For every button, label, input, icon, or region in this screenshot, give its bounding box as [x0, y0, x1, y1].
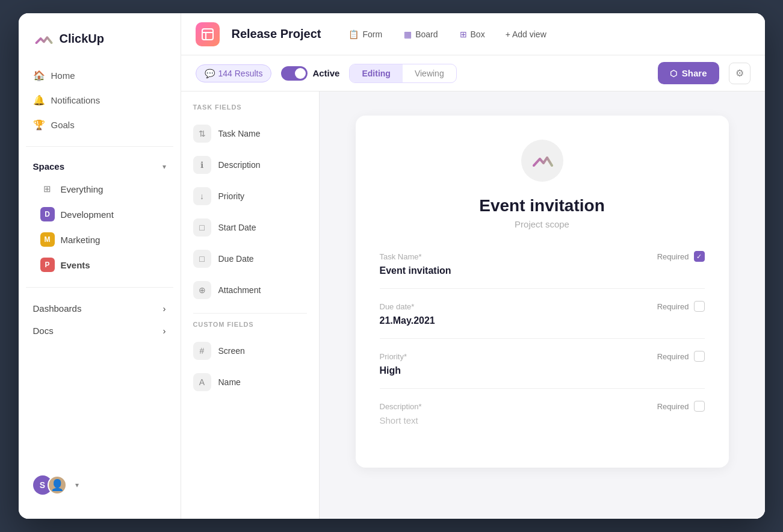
- sidebar-item-docs[interactable]: Docs ›: [19, 320, 181, 342]
- required-checkbox-3[interactable]: [694, 401, 705, 412]
- sidebar-nav: 🏠 Home 🔔 Notifications 🏆 Goals: [19, 64, 181, 137]
- description-label: Description*: [380, 402, 422, 411]
- box-view-label: Box: [471, 29, 485, 39]
- sidebar-item-goals[interactable]: 🏆 Goals: [26, 113, 173, 137]
- sidebar-item-marketing[interactable]: M Marketing: [26, 227, 173, 252]
- add-view-label: + Add view: [506, 29, 546, 39]
- docs-label: Docs: [33, 326, 54, 336]
- task-name-field-label: Task Name: [218, 129, 261, 138]
- field-item-description[interactable]: ℹ Description: [181, 149, 319, 181]
- user-avatar-area[interactable]: S 👤 ▾: [19, 466, 181, 504]
- content-area: TASK FIELDS ⇅ Task Name ℹ Description ↓ …: [181, 91, 765, 519]
- development-badge: D: [40, 207, 55, 221]
- app-window: ClickUp 🏠 Home 🔔 Notifications 🏆 Goals S…: [19, 13, 765, 519]
- topbar-views: 📋 Form ▦ Board ⊞ Box + Add view: [340, 26, 553, 43]
- logo: ClickUp: [19, 28, 181, 64]
- home-icon: 🏠: [33, 70, 45, 81]
- required-checkbox-1[interactable]: [694, 301, 705, 312]
- dashboards-label: Dashboards: [33, 303, 82, 314]
- share-button[interactable]: ⬡ Share: [658, 62, 719, 84]
- editing-tab[interactable]: Editing: [350, 64, 402, 82]
- required-checkbox-0[interactable]: ✓: [694, 251, 705, 262]
- form-view-label: Form: [362, 29, 382, 39]
- field-item-due-date[interactable]: □ Due Date: [181, 243, 319, 274]
- sidebar-item-home[interactable]: 🏠 Home: [26, 64, 173, 87]
- sidebar-item-everything[interactable]: ⊞ Everything: [26, 176, 173, 202]
- sidebar-item-everything-label: Everything: [61, 184, 104, 194]
- custom-fields-label: CUSTOM FIELDS: [181, 321, 319, 335]
- task-name-field-icon: ⇅: [193, 125, 211, 143]
- active-label: Active: [312, 68, 339, 78]
- spaces-header[interactable]: Spaces ▾: [19, 156, 181, 176]
- attachment-field-icon: ⊕: [193, 281, 211, 299]
- sidebar-item-notifications[interactable]: 🔔 Notifications: [26, 88, 173, 112]
- settings-button[interactable]: ⚙: [729, 63, 751, 84]
- form-field-due-date-header: Due date* Required: [380, 301, 705, 312]
- active-toggle[interactable]: [281, 66, 308, 81]
- field-item-attachment[interactable]: ⊕ Attachment: [181, 274, 319, 306]
- sidebar-item-marketing-label: Marketing: [61, 235, 101, 245]
- required-label-1: Required: [657, 302, 689, 311]
- required-label-0: Required: [657, 252, 689, 261]
- sidebar-item-dashboards[interactable]: Dashboards ›: [19, 297, 181, 320]
- field-item-start-date[interactable]: □ Start Date: [181, 212, 319, 243]
- events-badge: P: [40, 258, 55, 272]
- due-date-label: Due date*: [380, 302, 415, 311]
- logo-text: ClickUp: [60, 32, 104, 46]
- form-field-task-name: Task Name* Required ✓ Event invitation: [380, 251, 705, 289]
- fields-divider: [193, 313, 307, 314]
- add-view-btn[interactable]: + Add view: [498, 26, 554, 43]
- priority-field-icon: ↓: [193, 187, 211, 205]
- spaces-label: Spaces: [33, 161, 65, 172]
- due-date-field-icon: □: [193, 250, 211, 268]
- required-checkbox-2[interactable]: [694, 351, 705, 362]
- topbar: Release Project 📋 Form ▦ Board ⊞ Box + A…: [181, 13, 765, 55]
- due-date-required: Required: [657, 301, 705, 312]
- field-item-priority[interactable]: ↓ Priority: [181, 181, 319, 212]
- due-date-value: 21.May.2021: [380, 315, 705, 326]
- viewing-tab-label: Viewing: [415, 69, 444, 78]
- box-view-icon: ⊞: [460, 29, 467, 39]
- sidebar-divider: [26, 146, 173, 147]
- form-field-description-header: Description* Required: [380, 401, 705, 412]
- sidebar-divider-2: [26, 287, 173, 288]
- form-field-task-name-header: Task Name* Required ✓: [380, 251, 705, 262]
- field-item-screen[interactable]: # Screen: [181, 335, 319, 367]
- chevron-right-icon: ›: [163, 303, 166, 314]
- svg-rect-0: [202, 29, 213, 40]
- sidebar-item-development[interactable]: D Development: [26, 202, 173, 227]
- viewing-tab[interactable]: Viewing: [403, 64, 456, 82]
- priority-label: Priority*: [380, 352, 407, 361]
- avatar-group: S 👤: [33, 475, 67, 495]
- editing-tab-label: Editing: [362, 69, 390, 78]
- field-item-name[interactable]: A Name: [181, 367, 319, 398]
- form-preview: Event invitation Project scope Task Name…: [320, 91, 765, 519]
- sidebar-item-development-label: Development: [61, 209, 114, 220]
- screen-field-icon: #: [193, 342, 211, 360]
- main-content: Release Project 📋 Form ▦ Board ⊞ Box + A…: [181, 13, 765, 519]
- form-view-btn[interactable]: 📋 Form: [340, 26, 391, 43]
- sidebar-item-events[interactable]: P Events: [26, 252, 173, 277]
- board-icon: ▦: [404, 29, 412, 39]
- start-date-field-label: Start Date: [218, 223, 256, 232]
- priority-value: High: [380, 365, 705, 376]
- priority-field-label: Priority: [218, 191, 245, 201]
- box-icon: [201, 28, 214, 41]
- everything-icon: ⊞: [40, 182, 55, 196]
- description-field-icon: ℹ: [193, 156, 211, 174]
- form-subtitle: Project scope: [380, 219, 705, 229]
- board-view-btn[interactable]: ▦ Board: [395, 26, 446, 43]
- task-name-label: Task Name*: [380, 252, 422, 261]
- clickup-logo-icon: [33, 28, 55, 49]
- box-view-btn[interactable]: ⊞ Box: [451, 26, 494, 43]
- results-badge[interactable]: 💬 144 Results: [196, 64, 272, 82]
- project-icon: [196, 22, 220, 46]
- task-name-value: Event invitation: [380, 265, 705, 276]
- attachment-field-label: Attachment: [218, 285, 261, 295]
- sidebar-item-home-label: Home: [51, 70, 75, 81]
- name-field-label: Name: [218, 377, 241, 387]
- field-item-task-name[interactable]: ⇅ Task Name: [181, 118, 319, 149]
- start-date-field-icon: □: [193, 218, 211, 237]
- edit-view-tabs: Editing Viewing: [349, 64, 456, 83]
- marketing-badge: M: [40, 232, 55, 247]
